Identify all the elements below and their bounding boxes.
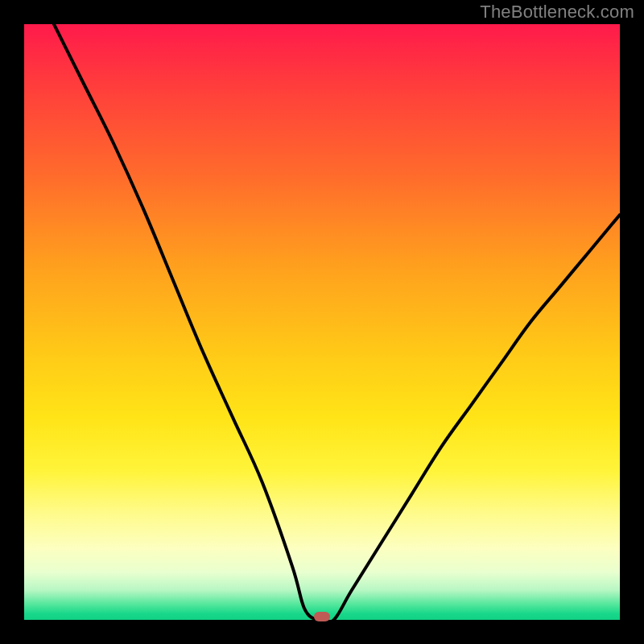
watermark-text: TheBottleneck.com [480,2,634,23]
chart-frame: TheBottleneck.com [0,0,644,644]
bottleneck-curve [24,24,620,620]
plot-area [24,24,620,620]
minimum-marker [314,612,330,621]
